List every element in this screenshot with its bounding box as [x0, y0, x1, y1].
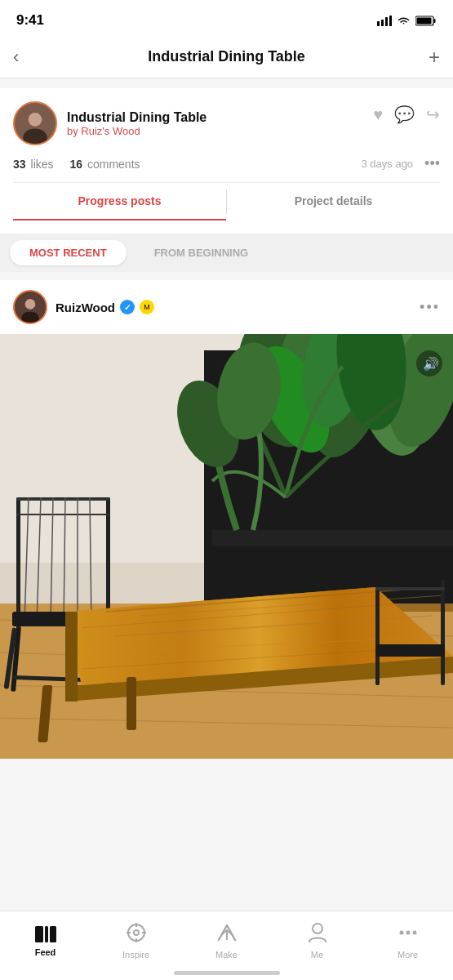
- nav-header: ‹ Industrial Dining Table +: [0, 36, 453, 78]
- post-username: RuizWood: [56, 301, 115, 314]
- svg-rect-0: [377, 21, 380, 26]
- comments-count: 16: [69, 158, 82, 171]
- svg-point-81: [412, 931, 416, 935]
- svg-rect-61: [127, 677, 136, 730]
- project-info: Industrial Dining Table by Ruiz's Wood: [67, 110, 207, 137]
- back-button[interactable]: ‹: [13, 47, 39, 68]
- svg-rect-62: [375, 587, 380, 685]
- svg-rect-69: [45, 926, 48, 942]
- dining-table-scene: 🔊: [0, 334, 453, 759]
- svg-marker-59: [65, 612, 78, 702]
- svg-point-11: [25, 299, 36, 310]
- sort-most-recent[interactable]: MOST RECENT: [10, 240, 127, 265]
- svg-rect-1: [381, 20, 384, 26]
- tab-make[interactable]: Make: [181, 911, 272, 964]
- tab-inspire-label: Inspire: [122, 950, 149, 960]
- sound-icon: 🔊: [416, 350, 442, 376]
- tab-more[interactable]: More: [362, 911, 453, 964]
- post-image: 🔊: [0, 334, 453, 759]
- svg-text:🔊: 🔊: [423, 356, 439, 372]
- inspire-icon: [126, 922, 147, 947]
- svg-rect-2: [385, 17, 388, 26]
- sort-from-beginning[interactable]: FROM BEGINNING: [135, 240, 269, 265]
- time-ago: 3 days ago: [361, 158, 413, 170]
- battery-icon: [415, 16, 437, 26]
- wifi-icon: [397, 16, 411, 26]
- like-icon[interactable]: ♥: [373, 105, 383, 124]
- me-icon: [308, 922, 327, 947]
- svg-point-78: [313, 924, 322, 933]
- tab-project-details[interactable]: Project details: [227, 183, 440, 220]
- bottom-tabbar: Feed Inspire Make: [0, 911, 453, 980]
- svg-rect-68: [35, 926, 43, 942]
- stat-separator: [59, 158, 65, 171]
- project-card: Industrial Dining Table by Ruiz's Wood ♥…: [0, 88, 453, 234]
- svg-rect-34: [16, 497, 20, 628]
- comments-label: comments: [87, 158, 140, 171]
- svg-rect-3: [389, 16, 392, 26]
- svg-rect-70: [50, 926, 56, 942]
- svg-point-8: [29, 113, 42, 127]
- project-actions: ♥ 💬 ↪: [373, 101, 440, 124]
- tab-inspire[interactable]: Inspire: [91, 911, 181, 964]
- svg-point-79: [399, 931, 403, 935]
- home-indicator: [174, 971, 280, 975]
- project-title: Industrial Dining Table: [67, 110, 207, 125]
- svg-point-72: [134, 930, 139, 935]
- svg-rect-65: [375, 644, 445, 657]
- make-icon: [215, 922, 238, 947]
- signal-icon: [377, 16, 392, 26]
- status-icons: [377, 16, 437, 26]
- tab-me-label: Me: [311, 950, 323, 960]
- tab-progress-posts[interactable]: Progress posts: [13, 183, 226, 220]
- svg-rect-5: [434, 19, 436, 23]
- add-button[interactable]: +: [414, 46, 440, 69]
- post-more-options[interactable]: •••: [420, 299, 440, 316]
- svg-point-80: [406, 931, 410, 935]
- post-header: RuizWood ✓ M •••: [0, 280, 453, 334]
- project-stats: 33 likes 16 comments 3 days ago •••: [13, 155, 440, 172]
- svg-rect-6: [417, 17, 432, 24]
- post-section: RuizWood ✓ M •••: [0, 280, 453, 759]
- comment-icon[interactable]: 💬: [394, 105, 415, 124]
- svg-rect-37: [16, 514, 110, 515]
- sort-tabs: MOST RECENT FROM BEGINNING: [0, 234, 453, 272]
- svg-rect-25: [212, 530, 453, 546]
- tab-navigation: Progress posts Project details: [13, 182, 440, 220]
- more-icon: [397, 922, 419, 947]
- post-user-info: RuizWood ✓ M: [56, 300, 154, 314]
- project-header: Industrial Dining Table by Ruiz's Wood ♥…: [13, 101, 440, 145]
- share-icon[interactable]: ↪: [426, 105, 440, 124]
- verified-badge: ✓: [120, 300, 135, 314]
- maker-badge: M: [140, 300, 154, 314]
- status-bar: 9:41: [0, 0, 453, 36]
- tab-more-label: More: [397, 950, 418, 960]
- tab-make-label: Make: [215, 950, 238, 960]
- avatar: [13, 101, 57, 145]
- project-author: by Ruiz's Wood: [67, 125, 207, 137]
- post-avatar: [13, 290, 47, 324]
- svg-rect-63: [441, 579, 445, 685]
- tab-feed-label: Feed: [35, 947, 56, 957]
- tab-me[interactable]: Me: [272, 911, 362, 964]
- more-options-icon[interactable]: •••: [424, 155, 440, 172]
- post-user: RuizWood ✓ M: [13, 290, 154, 324]
- likes-count: 33: [13, 158, 26, 171]
- tab-feed[interactable]: Feed: [0, 911, 91, 964]
- status-time: 9:41: [16, 12, 44, 29]
- feed-icon: [34, 924, 57, 944]
- svg-rect-36: [16, 497, 110, 501]
- page-title: Industrial Dining Table: [148, 48, 305, 65]
- likes-label: likes: [31, 158, 54, 171]
- project-avatar-section: Industrial Dining Table by Ruiz's Wood: [13, 101, 207, 145]
- svg-rect-64: [375, 587, 445, 590]
